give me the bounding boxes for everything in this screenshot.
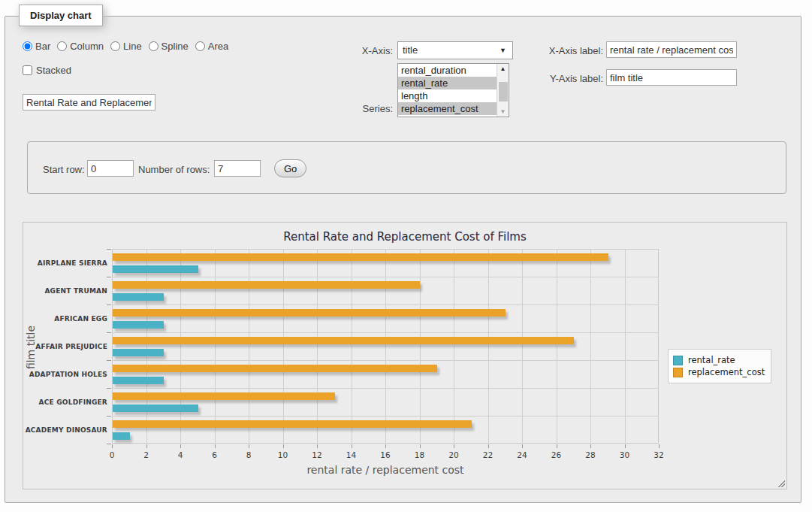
y-tickmark	[107, 304, 111, 305]
bar-rental_rate	[113, 377, 164, 384]
x-tickmark	[420, 444, 421, 448]
x-tickmark	[625, 444, 626, 448]
x-tick-label: 32	[647, 450, 670, 459]
gridline	[112, 332, 659, 333]
chart-type-radio-label: Bar	[35, 41, 50, 52]
chart-type-option-bar[interactable]: Bar	[23, 41, 50, 52]
chart-type-radio-area[interactable]	[195, 41, 205, 51]
y-tickmark	[107, 360, 111, 361]
bar-rental_rate	[113, 404, 198, 412]
y-tickmark	[107, 277, 111, 277]
stacked-checkbox[interactable]	[23, 65, 32, 75]
y-axis-label-caption: Y-Axis label:	[526, 73, 603, 84]
gridline	[522, 249, 523, 444]
fieldset-legend: Display chart	[19, 5, 103, 26]
chart-type-radio-column[interactable]	[57, 41, 67, 51]
chart-type-option-area[interactable]: Area	[195, 41, 228, 52]
gridline	[180, 249, 181, 444]
x-axis-title: rental rate / replacement cost	[235, 464, 536, 476]
x-tickmark	[352, 444, 352, 448]
x-tick-label: 22	[477, 450, 500, 459]
x-tick-label: 0	[101, 450, 123, 459]
series-option-length[interactable]: length	[398, 89, 509, 102]
bar-replacement_cost	[113, 420, 472, 428]
y-tickmark	[107, 388, 111, 389]
start-row-input[interactable]	[87, 160, 134, 177]
bar-replacement_cost	[113, 281, 420, 289]
x-tickmark	[590, 444, 591, 448]
scrollbar-thumb[interactable]	[499, 82, 508, 101]
legend-swatch-rental_rate	[673, 356, 683, 365]
x-tickmark	[659, 444, 660, 448]
x-tickmark	[454, 444, 454, 448]
legend-row-replacement_cost: replacement_cost	[673, 367, 765, 377]
bar-replacement_cost	[113, 365, 437, 372]
x-tickmark	[283, 444, 284, 448]
resize-handle-icon[interactable]	[777, 479, 785, 487]
series-option-replacement_cost[interactable]: replacement_cost	[398, 102, 509, 115]
x-tick-label: 12	[306, 450, 328, 459]
x-tick-label: 14	[340, 450, 363, 459]
y-axis-label-input[interactable]	[606, 69, 737, 86]
gridline	[454, 249, 454, 444]
stacked-label-wrap[interactable]: Stacked	[23, 65, 71, 76]
bar-replacement_cost	[113, 337, 574, 344]
chart-type-radio-group: BarColumnLineSplineArea	[23, 41, 235, 52]
x-axis-label-caption: X-Axis label:	[526, 45, 603, 56]
category-label: ACE GOLDFINGER	[25, 398, 107, 406]
legend-swatch-replacement_cost	[673, 368, 683, 377]
start-row-label: Start row:	[43, 164, 85, 175]
chart-type-radio-line[interactable]	[110, 41, 120, 51]
x-tick-label: 2	[135, 450, 158, 459]
x-tickmark	[317, 444, 318, 448]
chart-type-radio-bar[interactable]	[23, 41, 32, 51]
gridline	[112, 416, 659, 417]
x-axis-select-label: X-Axis:	[325, 45, 393, 56]
series-select-label: Series:	[325, 103, 393, 114]
x-tick-label: 30	[614, 450, 636, 459]
x-tick-label: 28	[579, 450, 602, 459]
chart-legend: rental_ratereplacement_cost	[668, 349, 771, 383]
legend-row-rental_rate: rental_rate	[673, 355, 765, 365]
number-of-rows-label: Number of rows:	[138, 164, 210, 175]
chart-container: Rental Rate and Replacement Cost of Film…	[23, 222, 787, 489]
bar-rental_rate	[113, 432, 130, 440]
x-tick-label: 24	[511, 450, 533, 459]
bar-rental_rate	[113, 349, 164, 356]
x-axis-select[interactable]: title ▼	[397, 41, 513, 59]
x-tickmark	[112, 444, 113, 448]
gridline	[488, 249, 489, 444]
go-button[interactable]: Go	[274, 159, 306, 177]
series-listbox[interactable]: ▲ ▼ rental_durationrental_ratelengthrepl…	[397, 63, 509, 117]
chart-type-radio-label: Area	[208, 41, 228, 52]
number-of-rows-input[interactable]	[214, 160, 261, 177]
bar-replacement_cost	[113, 253, 608, 261]
listbox-scrollbar[interactable]: ▲ ▼	[497, 64, 509, 117]
chart-type-option-spline[interactable]: Spline	[149, 41, 189, 52]
x-tick-label: 4	[169, 450, 192, 459]
chart-type-radio-spline[interactable]	[149, 41, 158, 51]
stacked-row: Stacked	[23, 65, 71, 76]
chart-title-input[interactable]	[23, 94, 155, 111]
scroll-down-icon[interactable]: ▼	[497, 108, 509, 115]
legend-label: replacement_cost	[688, 367, 765, 377]
y-tickmark	[107, 416, 111, 417]
x-axis-label-input[interactable]	[606, 41, 737, 58]
chart-type-option-line[interactable]: Line	[110, 41, 142, 52]
chart-type-option-column[interactable]: Column	[57, 41, 104, 52]
scroll-up-icon[interactable]: ▲	[497, 65, 509, 72]
series-option-rental_rate[interactable]: rental_rate	[398, 77, 509, 89]
series-option-rental_duration[interactable]: rental_duration	[398, 64, 509, 77]
gridline	[420, 249, 421, 444]
x-tick-label: 26	[545, 450, 568, 459]
gridline	[385, 249, 386, 444]
bar-rental_rate	[113, 321, 164, 329]
category-label: ADAPTATION HOLES	[25, 371, 107, 378]
gridline	[352, 249, 352, 444]
gridline	[112, 388, 659, 389]
x-tickmark	[522, 444, 523, 448]
gridline	[283, 249, 284, 444]
display-chart-page: Display chart BarColumnLineSplineArea St…	[0, 0, 812, 512]
x-tickmark	[215, 444, 216, 448]
gridline	[625, 249, 626, 444]
